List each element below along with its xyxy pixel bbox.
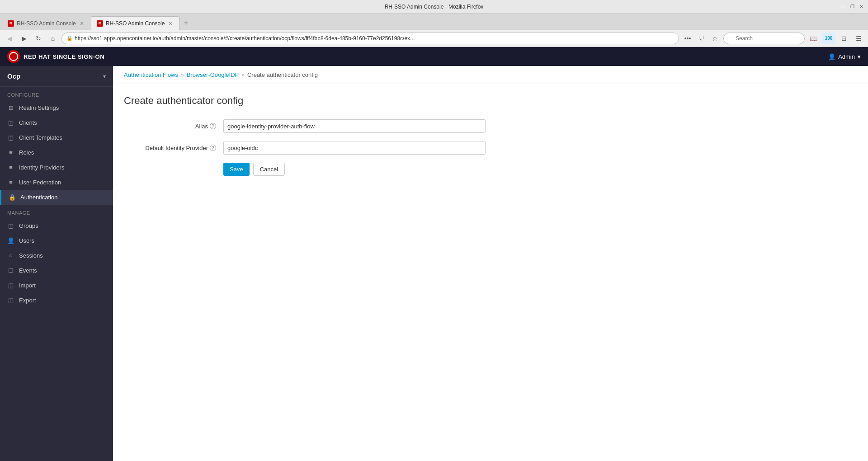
tab1-label: RH-SSO Admin Console: [17, 20, 76, 27]
brand-text: RED HAT SINGLE SIGN-ON: [24, 53, 104, 60]
breadcrumb-auth-flows[interactable]: Authentication Flows: [124, 71, 178, 78]
default-idp-help-icon[interactable]: ?: [210, 145, 216, 151]
sidebar-item-events-label: Events: [19, 267, 37, 274]
nav-bar: ◀ ▶ ↻ ⌂ 🔒 https://sso1.apps.opencontaine…: [0, 30, 868, 47]
save-button[interactable]: Save: [223, 163, 250, 176]
sidebar-item-user-federation[interactable]: ≡ User Federation: [0, 175, 113, 190]
app-container: RED HAT SINGLE SIGN-ON 👤 Admin ▾ Ocp ▾ C…: [0, 47, 868, 461]
sidebar-item-groups-label: Groups: [19, 222, 38, 229]
tab-1[interactable]: R RH-SSO Admin Console ✕: [2, 16, 91, 30]
sidebar-item-import-label: Import: [19, 282, 36, 289]
events-icon: ☐: [7, 267, 14, 274]
sidebar-item-realm-settings[interactable]: ⊞ Realm Settings: [0, 100, 113, 115]
reload-button[interactable]: ↻: [33, 33, 44, 44]
breadcrumb-browser-googleidp[interactable]: Browser-GoogleIDP: [187, 71, 239, 78]
user-label: Admin: [838, 53, 855, 60]
app-header: RED HAT SINGLE SIGN-ON 👤 Admin ▾: [0, 47, 868, 66]
main-layout: Ocp ▾ Configure ⊞ Realm Settings ◫ Clien…: [0, 66, 868, 461]
brand-logo: [7, 50, 20, 63]
content-area: Authentication Flows » Browser-GoogleIDP…: [113, 66, 868, 461]
configure-section-label: Configure: [0, 87, 113, 100]
address-bar[interactable]: 🔒 https://sso1.apps.opencontainer.io/aut…: [61, 33, 679, 44]
sidebar-item-roles-label: Roles: [19, 149, 34, 156]
sidebar-item-clients-label: Clients: [19, 119, 37, 126]
pocket-button[interactable]: ⛉: [695, 33, 707, 44]
sidebar-item-groups[interactable]: ◫ Groups: [0, 218, 113, 233]
zoom-button[interactable]: 100: [822, 33, 835, 44]
more-options-button[interactable]: •••: [682, 33, 693, 44]
sidebar-button[interactable]: ⊡: [838, 33, 850, 44]
menu-button[interactable]: ☰: [853, 33, 864, 44]
search-input[interactable]: [723, 33, 805, 44]
realm-name: Ocp: [7, 72, 20, 80]
form-buttons: Save Cancel: [223, 163, 857, 176]
tab1-close[interactable]: ✕: [79, 20, 85, 27]
sidebar-item-identity-providers[interactable]: ≡ Identity Providers: [0, 160, 113, 175]
roles-icon: ≡: [7, 149, 14, 156]
page-content: Create authenticator config Alias ? Defa…: [113, 84, 868, 187]
cancel-button[interactable]: Cancel: [253, 163, 285, 176]
back-button[interactable]: ◀: [4, 33, 15, 44]
alias-input[interactable]: [223, 119, 486, 133]
clients-icon: ◫: [7, 119, 14, 126]
app-brand: RED HAT SINGLE SIGN-ON: [7, 50, 104, 63]
user-menu[interactable]: 👤 Admin ▾: [828, 53, 861, 60]
sidebar-item-authentication-label: Authentication: [20, 194, 57, 201]
new-tab-button[interactable]: +: [179, 16, 192, 30]
manage-section-label: Manage: [0, 205, 113, 218]
tab-2[interactable]: R RH-SSO Admin Console ✕: [91, 16, 180, 30]
home-button[interactable]: ⌂: [47, 33, 59, 44]
alias-help-icon[interactable]: ?: [210, 123, 216, 129]
sidebar-item-users-label: Users: [19, 237, 34, 244]
lock-icon: 🔒: [66, 35, 73, 41]
client-templates-icon: ◫: [7, 134, 14, 141]
page-title: Create authenticator config: [124, 95, 857, 107]
user-federation-icon: ≡: [7, 179, 14, 186]
tab2-favicon: R: [97, 20, 103, 27]
users-icon: 👤: [7, 237, 14, 244]
sidebar-item-users[interactable]: 👤 Users: [0, 233, 113, 248]
reader-view-button[interactable]: 📖: [807, 33, 819, 44]
import-icon: ◫: [7, 282, 14, 289]
breadcrumb-current: Create authenticator config: [247, 71, 318, 78]
default-idp-input[interactable]: [223, 141, 486, 155]
sidebar-item-import[interactable]: ◫ Import: [0, 278, 113, 293]
user-chevron-icon: ▾: [858, 53, 861, 60]
tab2-label: RH-SSO Admin Console: [106, 20, 165, 27]
breadcrumb: Authentication Flows » Browser-GoogleIDP…: [113, 66, 868, 84]
breadcrumb-sep-1: »: [181, 72, 184, 78]
sidebar-item-client-templates-label: Client Templates: [19, 134, 62, 141]
sidebar-item-authentication[interactable]: 🔒 Authentication: [0, 190, 113, 205]
sidebar-item-client-templates[interactable]: ◫ Client Templates: [0, 130, 113, 145]
sidebar-item-events[interactable]: ☐ Events: [0, 263, 113, 278]
forward-button[interactable]: ▶: [18, 33, 30, 44]
realm-chevron-icon: ▾: [103, 73, 106, 80]
window-title: RH-SSO Admin Console - Mozilla Firefox: [385, 4, 484, 10]
alias-label: Alias ?: [124, 123, 223, 130]
close-button[interactable]: ✕: [858, 4, 864, 10]
groups-icon: ◫: [7, 222, 14, 229]
identity-providers-icon: ≡: [7, 164, 14, 171]
authentication-icon: 🔒: [9, 194, 16, 201]
url-text: https://sso1.apps.opencontainer.io/auth/…: [75, 35, 415, 42]
user-icon: 👤: [828, 53, 835, 60]
window-controls[interactable]: — ❐ ✕: [840, 4, 864, 10]
sidebar: Ocp ▾ Configure ⊞ Realm Settings ◫ Clien…: [0, 66, 113, 461]
realm-selector[interactable]: Ocp ▾: [0, 66, 113, 87]
alias-row: Alias ?: [124, 119, 857, 133]
tab-bar: R RH-SSO Admin Console ✕ R RH-SSO Admin …: [0, 14, 868, 30]
maximize-button[interactable]: ❐: [849, 4, 855, 10]
sidebar-item-clients[interactable]: ◫ Clients: [0, 115, 113, 130]
bookmark-button[interactable]: ☆: [709, 33, 721, 44]
sidebar-item-roles[interactable]: ≡ Roles: [0, 145, 113, 160]
sidebar-item-user-federation-label: User Federation: [19, 179, 61, 186]
sessions-icon: ○: [7, 252, 14, 259]
tab2-close[interactable]: ✕: [167, 20, 174, 27]
sidebar-item-export[interactable]: ◫ Export: [0, 293, 113, 308]
browser-titlebar: RH-SSO Admin Console - Mozilla Firefox —…: [0, 0, 868, 14]
minimize-button[interactable]: —: [840, 4, 846, 10]
sidebar-item-sessions[interactable]: ○ Sessions: [0, 248, 113, 263]
tab1-favicon: R: [8, 20, 14, 27]
realm-settings-icon: ⊞: [7, 104, 14, 111]
search-wrapper: 🔍: [723, 33, 805, 44]
